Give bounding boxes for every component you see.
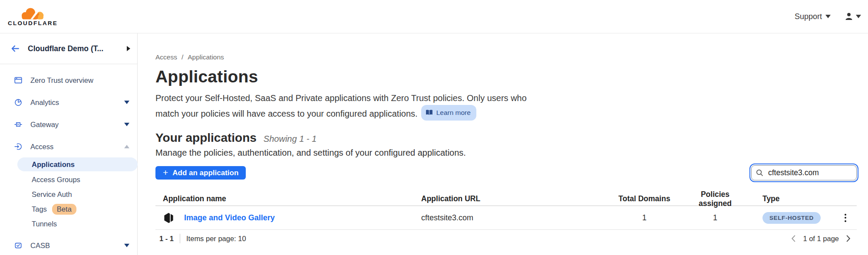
section-subtitle: Manage the policies, authentication, and… [155, 148, 857, 158]
page-description: Protect your Self-Hosted, SaaS and Priva… [155, 92, 546, 121]
page-info: 1 of 1 page [803, 235, 839, 243]
breadcrumb-access[interactable]: Access [155, 53, 177, 61]
cloudflare-logo[interactable]: CLOUDFLARE [8, 7, 58, 26]
chevron-down-icon[interactable] [124, 123, 129, 126]
applications-table: Application name Application URL Total D… [155, 192, 857, 230]
showing-count: Showing 1 - 1 [264, 134, 317, 144]
sidebar-item-label: Tunnels [32, 220, 57, 228]
sidebar-account-header: Cloudflare Demo (T... [0, 33, 137, 64]
col-header-application-url: Application URL [421, 194, 604, 203]
top-header: CLOUDFLARE Support [0, 0, 868, 33]
pagination-range: 1 - 1 [159, 235, 174, 243]
sidebar: Cloudflare Demo (T... Zero Trust overvie… [0, 33, 138, 255]
sidebar-item-label: Service Auth [32, 190, 72, 199]
type-badge: SELF-HOSTED [762, 212, 821, 224]
gateway-icon [14, 121, 22, 128]
sidebar-item-label: CASB [30, 242, 50, 250]
access-login-icon [14, 143, 22, 150]
chevron-down-icon[interactable] [124, 244, 129, 247]
sidebar-item-access-groups[interactable]: Access Groups [0, 172, 137, 187]
sidebar-item-casb[interactable]: CASB [0, 237, 137, 254]
row-kebab-menu[interactable] [843, 212, 848, 224]
sidebar-item-label: Zero Trust overview [30, 76, 93, 85]
col-header-type: Type [745, 194, 834, 203]
search-input[interactable] [751, 165, 857, 180]
search-container [751, 165, 857, 180]
col-header-policies-assigned: Policies assigned [685, 190, 745, 208]
page-title: Applications [155, 67, 857, 86]
support-label: Support [795, 12, 822, 21]
casb-check-icon [14, 242, 22, 249]
next-page-button[interactable] [846, 235, 851, 242]
chevron-down-icon[interactable] [124, 101, 129, 104]
sidebar-item-service-auth[interactable]: Service Auth [0, 187, 137, 202]
application-cube-icon [163, 212, 175, 224]
sidebar-item-gateway[interactable]: Gateway [0, 116, 137, 133]
sidebar-item-applications[interactable]: Applications [17, 157, 138, 171]
breadcrumb: Access / Applications [155, 53, 857, 61]
breadcrumb-applications[interactable]: Applications [188, 53, 224, 61]
divider [180, 234, 180, 243]
sidebar-item-label: Analytics [30, 98, 59, 107]
beta-badge: Beta [52, 204, 76, 215]
analytics-pie-icon [14, 98, 22, 106]
policies-assigned-cell: 1 [685, 213, 745, 222]
breadcrumb-separator: / [182, 53, 183, 61]
col-header-total-domains: Total Domains [604, 194, 685, 203]
account-name: Cloudflare Demo (T... [28, 44, 119, 53]
sidebar-item-label: Applications [32, 160, 75, 169]
add-application-button[interactable]: + Add an application [155, 166, 246, 180]
table-header-row: Application name Application URL Total D… [155, 192, 857, 206]
chevron-up-icon[interactable] [124, 145, 129, 148]
add-application-label: Add an application [172, 169, 238, 177]
sidebar-item-label: Tags [32, 205, 47, 213]
application-name-link[interactable]: Image and Video Gallery [184, 213, 275, 222]
sidebar-item-access[interactable]: Access [0, 138, 137, 155]
application-url-cell: cftestsite3.com [421, 213, 604, 222]
book-icon [426, 109, 433, 116]
col-header-application-name: Application name [155, 194, 421, 203]
sidebar-item-tunnels[interactable]: Tunnels [0, 216, 137, 231]
sidebar-item-label: Gateway [30, 121, 59, 129]
user-icon [844, 11, 854, 22]
overview-window-icon [14, 76, 22, 84]
expand-account-icon[interactable] [127, 46, 130, 51]
total-domains-cell: 1 [604, 213, 685, 222]
sidebar-item-label: Access [30, 143, 53, 151]
support-menu[interactable]: Support [795, 12, 831, 21]
chevron-down-icon [825, 15, 831, 18]
chevron-left-icon [791, 235, 796, 242]
section-title: Your applications [155, 131, 257, 145]
cloudflare-logo-text: CLOUDFLARE [8, 20, 58, 26]
sidebar-item-label: Access Groups [32, 176, 80, 184]
chevron-right-icon [846, 235, 851, 242]
sidebar-item-zero-trust-overview[interactable]: Zero Trust overview [0, 72, 137, 89]
search-icon [756, 169, 763, 177]
plus-icon: + [163, 168, 168, 177]
main-content: Access / Applications Applications Prote… [138, 33, 868, 255]
cloudflare-cloud-icon [19, 7, 47, 20]
items-per-page[interactable]: Items per page: 10 [186, 235, 246, 243]
chevron-down-icon [856, 15, 861, 18]
pagination: 1 - 1 Items per page: 10 1 of 1 page [155, 234, 857, 243]
previous-page-button[interactable] [791, 235, 796, 242]
sidebar-item-analytics[interactable]: Analytics [0, 94, 137, 111]
learn-more-button[interactable]: Learn more [421, 105, 476, 121]
table-row: Image and Video Gallery cftestsite3.com … [155, 206, 857, 230]
learn-more-label: Learn more [436, 106, 471, 119]
back-arrow-icon[interactable] [10, 44, 20, 53]
sidebar-menu: Zero Trust overview Analytics [0, 64, 137, 254]
user-account-menu[interactable] [844, 11, 861, 22]
sidebar-item-tags[interactable]: Tags Beta [0, 202, 137, 216]
